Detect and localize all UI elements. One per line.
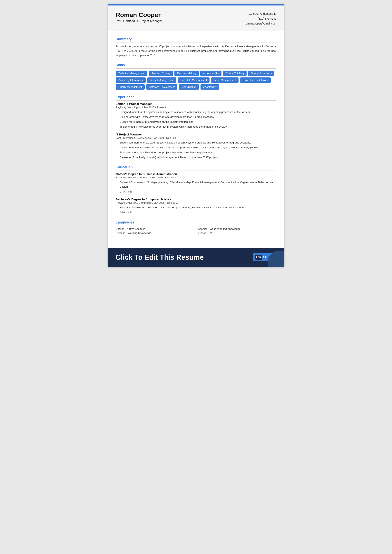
skill-badge: Critical Thinking [223,70,246,76]
education-title: Education [116,165,276,171]
language-item: Chinese - Working Knowledge [116,231,194,234]
skill-badge: Software Development [146,84,178,90]
resume-content: Summary Accomplished, energetic, and exp… [108,31,284,246]
cta-text: Click To Edit This Resume [116,253,204,261]
job-bullet: Guided more than 50 IT employees on the … [119,120,276,124]
job-title: IT Project Manager [116,133,276,136]
degree-title: Bachelor's Degree In Computer Science [116,198,276,201]
resume-page: Roman Cooper PMP Certified IT Project Ma… [108,4,284,267]
job-bullet: Developed Risk Analysis and Quality Mana… [119,155,276,160]
experience-title: Experience [116,95,276,101]
experience-item: IT Project ManagerFast Enterprises, New … [116,133,276,160]
skill-badge: Problem Solving [149,70,173,76]
summary-section: Summary Accomplished, energetic, and exp… [116,37,276,58]
footer-cta[interactable]: Click To Edit This Resume CR esuma [108,248,284,267]
degree-bullet: Relavent Coursework:- Strategic planning… [119,180,276,189]
skill-badge: Accountability [200,70,222,76]
skill-badge: Decision Making [175,70,199,76]
job-company: Paylocity, Washington / Jan 2015 - Prese… [116,106,276,109]
corner-circle-decoration [268,251,284,267]
job-bullet: Supervised more than 20 external technic… [119,140,276,145]
header-left: Roman Cooper PMP Certified IT Project Ma… [116,11,162,23]
skill-badge: Analyzing Information [116,77,146,83]
skills-section: Skills Technical ManagementProblem Solvi… [116,63,276,90]
summary-title: Summary [116,37,276,43]
experience-item: Senior IT Project ManagerPaylocity, Wash… [116,102,276,129]
language-item: English - Native Speaker [116,227,194,230]
degree-school: Stanford University, Stanford / Sep 2010… [116,176,276,179]
candidate-name: Roman Cooper [116,11,162,19]
skill-badge: Budget Management [147,77,176,83]
degree-bullet: GPA:- 3.56 [119,189,276,194]
job-company: Fast Enterprises, New Mexico / Jan 2010 … [116,136,276,139]
job-bullet: Estimated more than 30 budgets for proje… [119,150,276,155]
candidate-email: romancooper@gmail.com [245,21,277,26]
skill-badge: Open-mindedness [248,70,274,76]
logo-cr: CR [255,255,262,260]
job-bullet: Implemented a new Electronic Order Entry… [119,125,276,129]
header-right: Georgia, Andersonville +(310) 879 4687 r… [245,11,277,26]
language-item: French - B2 [198,231,276,234]
skill-badge: Team Management [211,77,238,83]
language-item: Spanish - Good Working Knowledge [198,227,276,230]
top-accent-bar [108,4,284,6]
skills-title: Skills [116,63,276,69]
skill-badge: Project Methodologies [240,77,271,83]
skills-container: Technical ManagementProblem SolvingDecis… [116,70,276,90]
candidate-title: PMP Certified IT Project Manager [116,19,162,23]
degree-bullet: GPA:- 3.40 [119,210,276,215]
job-bullet: Collaborated with 2 executive managers t… [119,115,276,119]
languages-section: Languages English - Native SpeakerSpanis… [116,220,276,234]
resume-header: Roman Cooper PMP Certified IT Project Ma… [108,6,284,31]
skill-badge: Schedule Management [178,77,210,83]
experience-section: Experience Senior IT Project ManagerPayl… [116,95,276,160]
job-bullet: Designed more than 20 synthesis and syst… [119,110,276,114]
skill-badge: Quality Management [116,84,145,90]
degree-school: Harvard University, Cambridge / Jan 2005… [116,201,276,204]
summary-text: Accomplished, energetic, and expert IT p… [116,44,276,58]
education-item: Bachelor's Degree In Computer ScienceHar… [116,198,276,215]
languages-grid: English - Native SpeakerSpanish - Good W… [116,227,276,234]
skill-badge: Adaptability [201,84,219,90]
candidate-location: Georgia, Andersonville [245,11,277,16]
skill-badge: Coordination [179,84,199,90]
candidate-phone: +(310) 879 4687 [245,16,277,21]
education-item: Master's Degree In Business Administrati… [116,172,276,194]
degree-bullet: Relevant coursework:- Advanced CSS, Java… [119,205,276,210]
degree-title: Master's Degree In Business Administrati… [116,172,276,176]
education-section: Education Master's Degree In Business Ad… [116,165,276,215]
languages-title: Languages [116,220,276,226]
job-bullet: Delivered marketing solutions and two we… [119,146,276,150]
job-title: Senior IT Project Manager [116,102,276,105]
skill-badge: Technical Management [116,70,147,76]
